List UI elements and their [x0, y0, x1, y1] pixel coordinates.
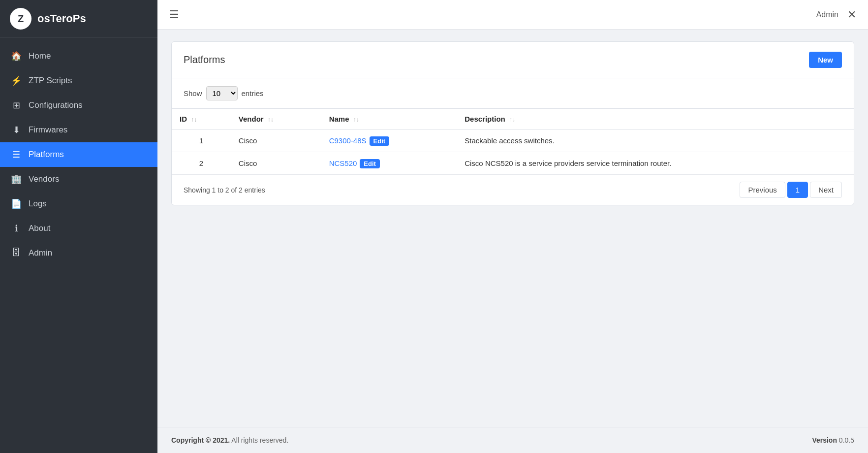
firmwares-nav-icon: ⬇ — [11, 125, 22, 135]
page-1-button[interactable]: 1 — [787, 182, 808, 198]
sidebar-item-home[interactable]: 🏠Home — [0, 44, 157, 68]
menu-toggle-icon[interactable]: ☰ — [169, 8, 179, 21]
sidebar-item-about[interactable]: ℹAbout — [0, 216, 157, 241]
version-label: Version — [812, 436, 837, 444]
card-header: Platforms New — [172, 42, 854, 78]
sidebar-item-logs[interactable]: 📄Logs — [0, 192, 157, 216]
sidebar-item-label-admin: Admin — [29, 248, 52, 258]
cell-name: C9300-48SEdit — [321, 129, 457, 152]
sidebar-item-firmwares[interactable]: ⬇Firmwares — [0, 118, 157, 142]
ztp-scripts-nav-icon: ⚡ — [11, 75, 22, 86]
table-row: 1CiscoC9300-48SEditStackable access swit… — [172, 129, 854, 152]
version-text: Version 0.0.5 — [812, 436, 854, 444]
rights-text: All rights reserved. — [231, 436, 288, 444]
content-area: Platforms New Show 10 25 50 100 entries … — [157, 30, 868, 427]
sidebar-item-label-about: About — [29, 224, 50, 233]
edit-badge[interactable]: Edit — [360, 159, 380, 168]
sidebar-item-label-firmwares: Firmwares — [29, 125, 67, 135]
col-id[interactable]: ID ↑↓ — [172, 109, 231, 129]
sidebar-item-configurations[interactable]: ⊞Configurations — [0, 93, 157, 118]
col-description[interactable]: Description ↑↓ — [457, 109, 854, 129]
nav-menu: 🏠Home⚡ZTP Scripts⊞Configurations⬇Firmwar… — [0, 38, 157, 453]
sidebar: Z osTeroPs 🏠Home⚡ZTP Scripts⊞Configurati… — [0, 0, 157, 453]
table-head: ID ↑↓ Vendor ↑↓ Name ↑↓ Description ↑↓ — [172, 109, 854, 129]
platforms-card: Platforms New Show 10 25 50 100 entries … — [171, 41, 854, 205]
vendors-nav-icon: 🏢 — [11, 174, 22, 185]
home-nav-icon: 🏠 — [11, 51, 22, 62]
sidebar-header: Z osTeroPs — [0, 0, 157, 38]
previous-button[interactable]: Previous — [740, 182, 785, 198]
platform-name-link[interactable]: C9300-48S — [329, 136, 367, 145]
cell-description: Cisco NCS520 is a service providers serv… — [457, 152, 854, 175]
col-name[interactable]: Name ↑↓ — [321, 109, 457, 129]
admin-label: Admin — [816, 10, 838, 19]
copyright-bold: Copyright © 2021. — [171, 436, 230, 444]
version-number: 0.0.5 — [839, 436, 854, 444]
next-button[interactable]: Next — [810, 182, 842, 198]
col-vendor[interactable]: Vendor ↑↓ — [231, 109, 321, 129]
table-footer: Showing 1 to 2 of 2 entries Previous 1 N… — [172, 174, 854, 205]
sidebar-item-platforms[interactable]: ☰Platforms — [0, 142, 157, 167]
entries-select[interactable]: 10 25 50 100 — [206, 86, 238, 100]
sidebar-item-vendors[interactable]: 🏢Vendors — [0, 167, 157, 192]
new-button[interactable]: New — [809, 52, 842, 68]
cell-description: Stackable access switches. — [457, 129, 854, 152]
admin-nav-icon: 🗄 — [11, 248, 22, 258]
cell-name: NCS520Edit — [321, 152, 457, 175]
platforms-nav-icon: ☰ — [11, 149, 22, 160]
sidebar-item-admin[interactable]: 🗄Admin — [0, 241, 157, 265]
sidebar-item-label-logs: Logs — [29, 199, 47, 209]
show-entries-row: Show 10 25 50 100 entries — [172, 78, 854, 108]
cell-id: 1 — [172, 129, 231, 152]
page-footer: Copyright © 2021. All rights reserved. V… — [157, 427, 868, 453]
show-label: Show — [184, 89, 202, 97]
platform-name-link[interactable]: NCS520 — [329, 159, 357, 167]
topbar: ☰ Admin ✕ — [157, 0, 868, 30]
pagination: Previous 1 Next — [740, 182, 842, 198]
main-area: ☰ Admin ✕ Platforms New Show 10 25 50 10… — [157, 0, 868, 453]
close-icon[interactable]: ✕ — [847, 8, 856, 21]
topbar-right: Admin ✕ — [816, 8, 856, 21]
platforms-table: ID ↑↓ Vendor ↑↓ Name ↑↓ Description ↑↓ 1… — [172, 108, 854, 174]
app-logo: Z — [10, 8, 31, 30]
sidebar-item-label-vendors: Vendors — [29, 174, 59, 184]
entries-label: entries — [242, 89, 264, 97]
logs-nav-icon: 📄 — [11, 198, 22, 209]
sidebar-item-ztp-scripts[interactable]: ⚡ZTP Scripts — [0, 68, 157, 93]
edit-badge[interactable]: Edit — [370, 136, 390, 146]
cell-vendor: Cisco — [231, 129, 321, 152]
table-body: 1CiscoC9300-48SEditStackable access swit… — [172, 129, 854, 175]
cell-id: 2 — [172, 152, 231, 175]
sidebar-item-label-configurations: Configurations — [29, 100, 83, 110]
page-title: Platforms — [184, 54, 225, 65]
about-nav-icon: ℹ — [11, 223, 22, 234]
sidebar-item-label-ztp-scripts: ZTP Scripts — [29, 76, 72, 86]
app-title: osTeroPs — [37, 12, 86, 25]
copyright-text: Copyright © 2021. All rights reserved. — [171, 436, 288, 444]
configurations-nav-icon: ⊞ — [11, 100, 22, 111]
cell-vendor: Cisco — [231, 152, 321, 175]
showing-text: Showing 1 to 2 of 2 entries — [184, 186, 265, 194]
table-row: 2CiscoNCS520EditCisco NCS520 is a servic… — [172, 152, 854, 175]
sidebar-item-label-platforms: Platforms — [29, 150, 64, 160]
sidebar-item-label-home: Home — [29, 51, 51, 61]
